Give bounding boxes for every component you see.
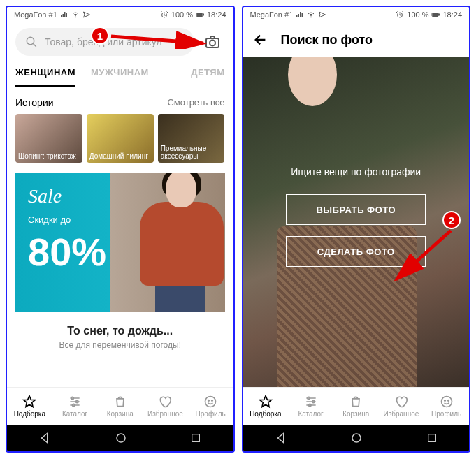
android-back-icon[interactable] xyxy=(275,432,287,444)
story-card[interactable]: Домашний пилинг xyxy=(87,114,154,163)
photo-search-body: Ищите вещи по фотографии ВЫБРАТЬ ФОТО СД… xyxy=(243,57,470,387)
nav-profile[interactable]: Профиль xyxy=(424,388,469,425)
category-tabs: ЖЕНЩИНАМ МУЖЧИНАМ ДЕТЯМ xyxy=(7,61,233,87)
headline-title: То снег, то дождь... xyxy=(21,325,219,337)
android-home-icon[interactable] xyxy=(350,432,363,444)
battery-icon xyxy=(431,10,440,19)
banner-model-image xyxy=(127,173,225,312)
sale-banner[interactable]: Sale Скидки до 80% xyxy=(15,173,225,312)
bag-icon xyxy=(349,395,363,409)
android-home-icon[interactable] xyxy=(115,432,127,444)
battery-icon xyxy=(196,10,204,19)
nav-label: Подборка xyxy=(250,410,281,418)
signal-icon xyxy=(296,10,304,19)
nav-catalog[interactable]: Каталог xyxy=(52,388,98,425)
nav-label: Профиль xyxy=(431,410,461,418)
carrier-label: MegaFon #1 xyxy=(250,10,294,19)
status-bar: MegaFon #1 100 % 18:24 xyxy=(243,7,470,22)
nav-label: Корзина xyxy=(342,410,369,418)
alarm-icon xyxy=(396,10,404,19)
nav-label: Каталог xyxy=(298,410,323,418)
battery-label: 100 % xyxy=(171,10,193,19)
send-icon xyxy=(318,10,326,19)
annotation-arrow-1 xyxy=(108,28,213,49)
svg-rect-26 xyxy=(433,14,438,16)
annotation-arrow-2 xyxy=(387,226,456,289)
android-recent-icon[interactable] xyxy=(426,432,438,444)
svg-point-16 xyxy=(205,397,216,407)
svg-rect-5 xyxy=(197,14,202,16)
wifi-icon xyxy=(307,10,315,19)
page-title: Поиск по фото xyxy=(281,33,373,47)
wifi-icon xyxy=(71,10,80,19)
svg-point-17 xyxy=(208,400,210,402)
story-label: Домашний пилинг xyxy=(89,152,148,160)
carrier-label: MegaFon #1 xyxy=(14,10,57,19)
alarm-icon xyxy=(160,10,168,19)
phone-screen-2: 2 MegaFon #1 100 % 18:24 Поиск по xyxy=(242,6,471,453)
android-recent-icon[interactable] xyxy=(190,432,201,444)
stories-title: Истории xyxy=(15,97,54,108)
nav-selection[interactable]: Подборка xyxy=(243,388,289,425)
phone-screen-1: 1 MegaFon #1 100 % 18:24 xyxy=(6,6,235,453)
nav-label: Каталог xyxy=(62,410,87,418)
story-card[interactable]: Шопинг: трикотаж xyxy=(15,114,82,163)
svg-rect-20 xyxy=(192,434,200,442)
svg-point-1 xyxy=(75,17,75,17)
nav-catalog[interactable]: Каталог xyxy=(288,388,333,425)
bottom-nav: Подборка Каталог Корзина Избранное Профи… xyxy=(243,387,470,425)
nav-profile[interactable]: Профиль xyxy=(188,388,233,425)
back-icon[interactable] xyxy=(253,32,268,47)
svg-point-35 xyxy=(447,400,449,402)
story-label: Шопинг: трикотаж xyxy=(18,152,76,160)
android-nav-bar xyxy=(243,425,470,451)
nav-cart[interactable]: Корзина xyxy=(97,388,143,425)
photo-search-hint: Ищите вещи по фотографии xyxy=(286,166,426,177)
svg-point-36 xyxy=(352,434,361,442)
search-icon xyxy=(25,36,38,48)
headline-sub: Все для переменчивой погоды! xyxy=(21,340,219,350)
time-label: 18:24 xyxy=(207,10,226,19)
smile-icon xyxy=(203,395,217,409)
svg-point-22 xyxy=(311,17,312,17)
star-icon xyxy=(22,395,36,409)
nav-label: Подборка xyxy=(14,410,45,418)
bag-icon xyxy=(113,395,127,409)
time-label: 18:24 xyxy=(442,10,462,19)
nav-favorites[interactable]: Избранное xyxy=(379,388,424,425)
annotation-badge-2: 2 xyxy=(442,211,461,229)
android-back-icon[interactable] xyxy=(38,432,51,444)
android-nav-bar xyxy=(7,425,233,451)
svg-line-0 xyxy=(111,36,203,43)
story-card[interactable]: Премиальные аксессуары xyxy=(158,114,225,163)
heart-icon xyxy=(158,395,172,409)
nav-label: Избранное xyxy=(384,410,419,418)
svg-point-18 xyxy=(212,400,213,402)
filter-icon xyxy=(304,395,318,409)
smile-icon xyxy=(440,395,454,409)
annotation-badge-1: 1 xyxy=(91,27,109,45)
svg-rect-25 xyxy=(439,14,440,15)
heart-icon xyxy=(394,395,408,409)
nav-favorites[interactable]: Избранное xyxy=(143,388,188,425)
nav-cart[interactable]: Корзина xyxy=(333,388,379,425)
svg-line-7 xyxy=(33,43,36,47)
nav-selection[interactable]: Подборка xyxy=(7,388,52,425)
choose-photo-button[interactable]: ВЫБРАТЬ ФОТО xyxy=(286,194,426,225)
svg-rect-4 xyxy=(203,14,203,15)
nav-label: Корзина xyxy=(107,410,134,418)
star-icon xyxy=(259,395,273,409)
tab-men[interactable]: МУЖЧИНАМ xyxy=(91,61,149,87)
tab-kids[interactable]: ДЕТЯМ xyxy=(191,61,224,87)
stories-view-all[interactable]: Смотреть все xyxy=(167,97,224,108)
story-label: Премиальные аксессуары xyxy=(161,145,222,160)
svg-line-21 xyxy=(396,230,451,279)
svg-point-19 xyxy=(117,434,125,442)
filter-icon xyxy=(68,395,82,409)
svg-point-33 xyxy=(441,397,452,407)
svg-rect-37 xyxy=(428,434,435,442)
battery-label: 100 % xyxy=(407,10,428,19)
nav-label: Избранное xyxy=(147,410,183,418)
tab-women[interactable]: ЖЕНЩИНАМ xyxy=(15,61,75,87)
status-bar: MegaFon #1 100 % 18:24 xyxy=(7,7,233,22)
